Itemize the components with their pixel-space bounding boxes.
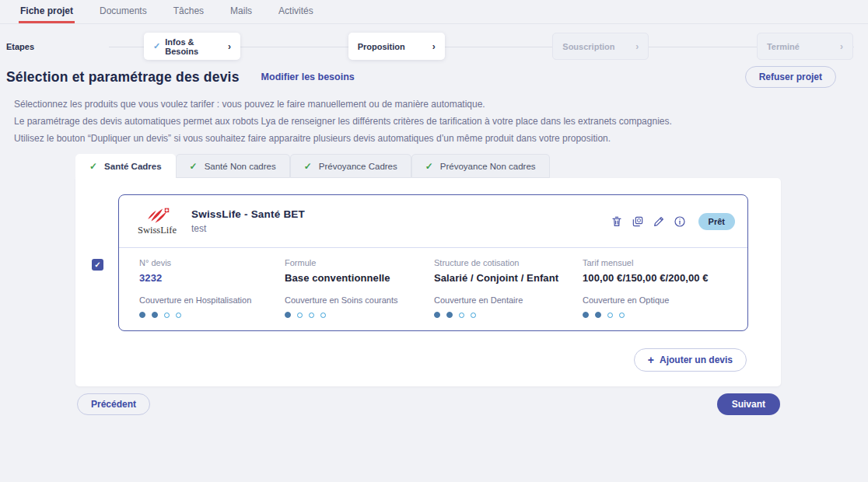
coverage-rating: [285, 312, 434, 318]
rating-dot-empty: [309, 313, 314, 318]
rating-dot-filled: [595, 312, 601, 318]
swisslife-swoosh-icon: [144, 207, 170, 224]
step-label: Infos & Besoins: [165, 37, 223, 56]
quote-actions: Prêt: [611, 213, 735, 230]
info-icon[interactable]: [674, 215, 686, 228]
chevron-right-icon: ›: [228, 41, 231, 52]
tab-taches[interactable]: Tâches: [172, 0, 205, 23]
coverage-rating: [139, 312, 285, 318]
check-icon: ✓: [304, 161, 312, 172]
coverage-label: Couverture en Optique: [583, 295, 735, 305]
step-infos-besoins[interactable]: ✓ Infos & Besoins ›: [144, 33, 240, 60]
field-label: Tarif mensuel: [583, 258, 735, 267]
quote-title: SwissLife - Santé BET: [191, 208, 305, 220]
rating-dot-empty: [607, 313, 613, 318]
coverage-dentaire: Couverture en Dentaire: [434, 295, 583, 318]
quote-card: SwissLife SwissLife - Santé BET test: [118, 194, 748, 331]
coverage-soins-courants: Couverture en Soins courants: [285, 295, 434, 318]
page-title: Sélection et paramétrage des devis: [6, 69, 240, 86]
tab-documents[interactable]: Documents: [98, 0, 149, 23]
coverage-hospitalisation: Couverture en Hospitalisation: [139, 295, 285, 318]
page: Fiche projet Documents Tâches Mails Acti…: [0, 0, 868, 482]
rating-dot-empty: [459, 313, 464, 318]
intro-line: Utilisez le bouton “Dupliquer un devis” …: [14, 130, 845, 147]
product-tab-label: Prévoyance Cadres: [319, 162, 397, 171]
step-termine: Terminé ›: [757, 33, 853, 60]
field-value: Base conventionnelle: [285, 272, 434, 284]
coverage-optique: Couverture en Optique: [583, 295, 735, 318]
product-tabs: ✓ Santé Cadres ✓ Santé Non cadres ✓ Prév…: [75, 154, 550, 178]
stepper-label: Etapes: [6, 42, 34, 51]
chevron-right-icon: ›: [635, 41, 639, 52]
swisslife-logo-text: SwissLife: [138, 225, 177, 236]
intro-line: Sélectionnez les produits que vous voule…: [14, 96, 845, 113]
field-value: 3232: [139, 272, 285, 284]
rating-dot-filled: [152, 312, 158, 318]
quote-select-checkbox[interactable]: ✓: [92, 259, 103, 271]
rating-dot-filled: [434, 312, 440, 318]
add-quote-button[interactable]: + Ajouter un devis: [634, 348, 747, 372]
check-icon: ✓: [153, 41, 160, 51]
chevron-right-icon: ›: [432, 41, 436, 52]
trash-icon[interactable]: [611, 215, 623, 228]
field-label: Structure de cotisation: [434, 258, 583, 267]
coverage-label: Couverture en Dentaire: [434, 295, 583, 305]
tab-sante-cadres[interactable]: ✓ Santé Cadres: [75, 154, 176, 178]
quote-titles: SwissLife - Santé BET test: [191, 208, 305, 234]
rating-dot-filled: [139, 312, 145, 318]
coverage-label: Couverture en Hospitalisation: [139, 295, 285, 305]
quote-fields: N° devis 3232 Formule Base conventionnel…: [139, 258, 735, 284]
quote-coverages: Couverture en Hospitalisation Couverture…: [139, 295, 735, 318]
previous-button[interactable]: Précédent: [77, 393, 150, 415]
plus-icon: +: [648, 354, 654, 366]
field-num-devis: N° devis 3232: [139, 258, 285, 284]
check-icon: ✓: [425, 161, 433, 172]
step-label: Proposition: [358, 42, 405, 51]
refuse-project-button[interactable]: Refuser projet: [745, 66, 836, 88]
edit-pencil-icon[interactable]: [653, 215, 665, 228]
field-tarif-mensuel: Tarif mensuel 100,00 €/150,00 €/200,00 €: [583, 258, 735, 284]
rating-dot-empty: [297, 313, 303, 318]
coverage-label: Couverture en Soins courants: [285, 295, 434, 305]
rating-dot-empty: [471, 313, 476, 318]
rating-dot-filled: [446, 312, 453, 318]
field-value: Salarié / Conjoint / Enfant: [434, 272, 583, 284]
rating-dot-empty: [176, 313, 181, 318]
tab-mails[interactable]: Mails: [229, 0, 254, 23]
quote-subtitle: test: [191, 223, 305, 234]
add-quote-label: Ajouter un devis: [660, 355, 733, 365]
top-tab-bar: Fiche projet Documents Tâches Mails Acti…: [0, 0, 868, 24]
chevron-right-icon: ›: [840, 41, 843, 52]
product-tab-label: Prévoyance Non cadres: [440, 162, 536, 171]
tab-prevoyance-cadres[interactable]: ✓ Prévoyance Cadres: [290, 154, 411, 178]
rating-dot-empty: [320, 313, 326, 318]
step-label: Terminé: [767, 42, 800, 51]
quote-card-header: SwissLife SwissLife - Santé BET test: [119, 195, 747, 248]
tab-prevoyance-non-cadres[interactable]: ✓ Prévoyance Non cadres: [411, 154, 550, 178]
duplicate-icon[interactable]: [632, 215, 644, 228]
stepper: Etapes ✓ Infos & Besoins › Proposition ›…: [0, 33, 868, 60]
tab-activites[interactable]: Activités: [277, 0, 315, 23]
rating-dot-empty: [619, 313, 625, 318]
status-badge: Prêt: [698, 213, 735, 230]
field-label: N° devis: [139, 258, 285, 267]
check-icon: ✓: [89, 161, 97, 172]
stepper-steps: ✓ Infos & Besoins › Proposition › Souscr…: [144, 33, 853, 60]
quote-card-body: N° devis 3232 Formule Base conventionnel…: [119, 248, 747, 330]
tab-fiche-projet[interactable]: Fiche projet: [19, 0, 75, 23]
field-formule: Formule Base conventionnelle: [285, 258, 434, 284]
rating-dot-filled: [583, 312, 589, 318]
step-souscription: Souscription ›: [552, 33, 649, 60]
field-label: Formule: [285, 258, 434, 267]
check-icon: ✓: [190, 161, 198, 172]
tab-sante-non-cadres[interactable]: ✓ Santé Non cadres: [176, 154, 290, 178]
field-value: 100,00 €/150,00 €/200,00 €: [583, 272, 735, 284]
step-proposition[interactable]: Proposition ›: [348, 33, 445, 60]
swisslife-logo: SwissLife: [133, 207, 181, 236]
next-button[interactable]: Suivant: [717, 393, 780, 415]
product-tab-label: Santé Non cadres: [205, 162, 276, 171]
intro-line: Le paramétrage des devis automatiques pe…: [14, 113, 845, 130]
coverage-rating: [583, 312, 735, 318]
modify-needs-link[interactable]: Modifier les besoins: [261, 72, 355, 82]
coverage-rating: [434, 312, 583, 318]
